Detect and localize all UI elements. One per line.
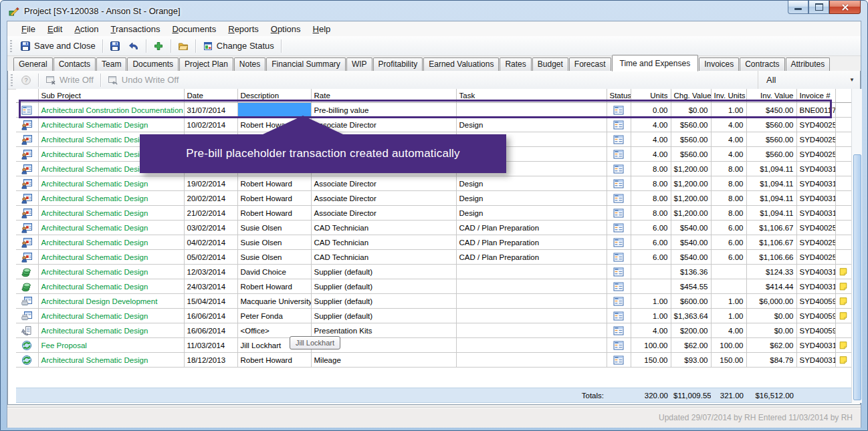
column-header-blank[interactable] [16,89,38,103]
cell-invoice: SYD40059 [796,294,835,309]
cell-chg-value: $93.00 [671,353,711,368]
column-header-chg-value[interactable]: Chg. Value [671,89,711,103]
write-off-button[interactable]: Write Off [41,73,98,88]
table-row[interactable]: Architectural Schematic Design18/12/2013… [16,353,851,368]
cell-task [456,279,607,294]
cell-units: 0.00 [631,103,671,118]
column-header-sub-project[interactable]: Sub Project [38,89,184,103]
tab-general[interactable]: General [13,57,53,71]
table-row[interactable]: Architectural Schematic Design16/06/2014… [16,323,851,338]
menu-reports[interactable]: Reports [222,23,265,35]
menu-file[interactable]: File [15,23,41,35]
column-header-date[interactable]: Date [184,89,237,103]
menu-help[interactable]: Help [307,23,337,35]
cell-date: 11/03/2014 [184,338,237,353]
cell-invoice: SYD40025 [796,235,835,250]
cell-sub-project: Architectural Schematic Design [38,250,184,265]
cell-units: 8.00 [631,191,671,206]
cell-note-empty [835,250,851,265]
close-button[interactable] [829,1,861,14]
tab-team[interactable]: Team [96,57,126,71]
save-and-close-button[interactable]: Save and Close [16,39,100,53]
menu-bar: FileEditActionTransactionsDocumentsRepor… [7,22,861,36]
menu-edit[interactable]: Edit [41,23,68,35]
cell-rate: Supplier (default) [311,279,456,294]
tab-budget[interactable]: Budget [532,57,568,71]
table-row[interactable]: Architectural Construction Documentation… [16,103,851,118]
cell-description: Peter Fonda [237,309,311,323]
scrollbar-thumb[interactable] [853,154,861,400]
tab-attributes[interactable]: Attributes [786,57,831,71]
table-row[interactable]: Architectural Schematic Design03/02/2014… [16,221,851,235]
add-button[interactable] [149,39,168,53]
column-header-units[interactable]: Units [631,89,671,103]
cell-inv-value: $1,106.67 [746,221,796,235]
tab-invoices[interactable]: Invoices [699,57,739,71]
column-header-status[interactable]: Status [607,89,631,103]
cell-task [456,294,607,309]
cell-inv-units: 6.00 [711,250,746,265]
table-row[interactable]: Fee Proposal11/03/2014Jill Lockhart100.0… [16,338,851,353]
tab-profitability[interactable]: Profitability [373,57,423,71]
cell-inv-value: $450.00 [746,103,796,118]
cell-units: 6.00 [631,250,671,265]
cell-note-empty [835,132,851,147]
table-row[interactable]: Architectural Schematic Design05/02/2014… [16,250,851,265]
tab-forecast[interactable]: Forecast [569,57,611,71]
tab-project-plan[interactable]: Project Plan [179,57,233,71]
menu-transactions[interactable]: Transactions [105,23,167,35]
table-row[interactable]: Architectural Schematic Design10/02/2014… [16,118,851,132]
save-button[interactable] [106,39,124,53]
table-row[interactable]: Architectural Schematic Design16/06/2014… [16,309,851,323]
cell-sub-project: Architectural Schematic Design [38,191,184,206]
menu-documents[interactable]: Documents [166,23,222,35]
cell-invoice: SYD40059 [796,309,835,323]
column-header-description[interactable]: Description [237,89,311,103]
cell-note-empty [835,147,851,162]
table-row[interactable]: Architectural Schematic Design21/02/2014… [16,206,851,221]
menu-action[interactable]: Action [68,23,104,35]
restore-button[interactable] [808,1,829,14]
table-row[interactable]: Architectural Schematic Design19/02/2014… [16,176,851,191]
cell-date: 24/03/2014 [184,279,237,294]
tab-contracts[interactable]: Contracts [740,57,784,71]
change-status-button[interactable]: Change Status [199,39,278,53]
table-row[interactable]: Architectural Schematic Design24/03/2014… [16,279,851,294]
column-header-task[interactable]: Task [456,89,607,103]
cell-units: 8.00 [631,162,671,176]
cell-chg-value: $560.00 [671,147,711,162]
cell-chg-value: $62.00 [671,338,711,353]
cell-rate: Associate Director [311,206,456,221]
tab-documents[interactable]: Documents [127,57,179,71]
tab-time-and-expenses[interactable]: Time and Expenses [612,55,699,71]
column-header-inv-value[interactable]: Inv. Value [746,89,796,103]
table-row[interactable]: Architectural Schematic Design20/02/2014… [16,191,851,206]
note-icon [835,279,851,294]
open-button[interactable] [174,39,193,53]
help-button[interactable]: ? [17,73,35,88]
undo-write-off-button[interactable]: Undo Write Off [104,73,183,88]
filter-dropdown[interactable]: All ▼ [758,71,860,89]
cell-units: 6.00 [631,221,671,235]
timesheet-icon [16,221,38,235]
tab-wip[interactable]: WIP [346,57,372,71]
column-header-rate[interactable]: Rate [311,89,456,103]
column-header-invoice-[interactable]: Invoice # [796,89,835,103]
tab-rates[interactable]: Rates [500,57,531,71]
vertical-scrollbar[interactable] [851,89,862,403]
table-row[interactable]: Architectural Schematic Design04/02/2014… [16,235,851,250]
column-header-blank[interactable] [835,89,851,103]
minimize-button[interactable] [788,1,808,14]
cell-units [631,279,671,294]
table-row[interactable]: Architectural Schematic Design12/03/2014… [16,265,851,279]
cell-units: 4.00 [631,323,671,338]
undo-button[interactable] [124,39,143,53]
column-header-inv-units[interactable]: Inv. Units [711,89,746,103]
tab-contacts[interactable]: Contacts [53,57,96,71]
save-icon [20,41,31,51]
tab-financial-summary[interactable]: Financial Summary [266,57,346,71]
tab-earned-valuations[interactable]: Earned Valuations [423,57,499,71]
tab-notes[interactable]: Notes [234,57,265,71]
table-row[interactable]: Architectural Design Development15/04/20… [16,294,851,309]
menu-options[interactable]: Options [265,23,307,35]
